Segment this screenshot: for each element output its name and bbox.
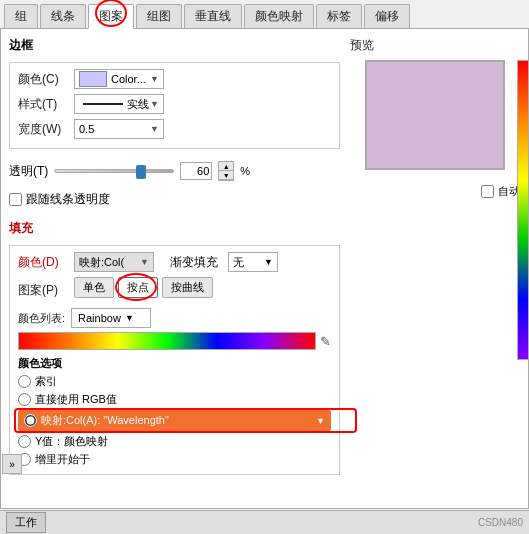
fill-color-row: 颜色(D) 映射:Col( ▼ 渐变填充 无 ▼ xyxy=(18,252,331,272)
tab-label[interactable]: 标签 xyxy=(316,4,362,28)
style-dropdown-arrow: ▼ xyxy=(150,99,159,109)
border-width-row: 宽度(W) 0.5 ▼ xyxy=(18,119,331,139)
slider-track[interactable] xyxy=(54,169,174,173)
pattern-label: 图案(P) xyxy=(18,282,68,299)
fill-section-label: 填充 xyxy=(9,220,340,237)
gradient-value: 无 xyxy=(233,255,244,270)
right-panel: 预览 自动 xyxy=(350,37,520,500)
radio-yval[interactable] xyxy=(18,435,31,448)
color-list-label: 颜色列表: xyxy=(18,311,65,326)
fill-map-value: 映射:Col( xyxy=(79,255,124,270)
transparency-label: 透明(T) xyxy=(9,163,48,180)
width-value: 0.5 xyxy=(79,123,94,135)
tab-offset[interactable]: 偏移 xyxy=(364,4,410,28)
border-style-row: 样式(T) 实线 ▼ xyxy=(18,94,331,114)
left-panel: 边框 颜色(C) Color... ▼ 样式(T) 实线 ▼ xyxy=(9,37,340,500)
follow-line-checkbox-row: 跟随线条透明度 xyxy=(9,191,340,208)
border-color-select[interactable]: Color... ▼ xyxy=(74,69,164,89)
gradient-dropdown[interactable]: 无 ▼ xyxy=(228,252,278,272)
color-options: 颜色选项 索引 直接使用 RGB值 映射:Col(A): "Wavelength… xyxy=(18,356,331,467)
border-style-select[interactable]: 实线 ▼ xyxy=(74,94,164,114)
color-swatch xyxy=(79,71,107,87)
radio-wavelength-label: 映射:Col(A): "Wavelength" xyxy=(41,413,169,428)
right-colorbar xyxy=(517,60,529,360)
border-color-label: 颜色(C) xyxy=(18,71,68,88)
follow-line-checkbox[interactable] xyxy=(9,193,22,206)
transparency-value-input[interactable] xyxy=(180,162,212,180)
sub-tab-bypoint[interactable]: 按点 xyxy=(118,277,158,298)
border-section-label: 边框 xyxy=(9,37,340,54)
line-solid-icon xyxy=(83,103,123,105)
radio-wavelength[interactable] xyxy=(24,414,37,427)
bottom-bar: » 工作 CSDN480 xyxy=(0,510,529,534)
transparency-spinner: ▲ ▼ xyxy=(218,161,234,181)
tab-bar: 组 线条 图案 组图 垂直线 颜色映射 标签 偏移 xyxy=(0,0,529,29)
rainbow-value: Rainbow xyxy=(78,312,121,324)
color-dropdown-arrow: ▼ xyxy=(150,74,159,84)
radio-rgb-label: 直接使用 RGB值 xyxy=(35,392,117,407)
radio-row-active[interactable]: 映射:Col(A): "Wavelength" ▼ xyxy=(18,410,331,431)
edit-icon[interactable]: ✎ xyxy=(320,334,331,349)
fill-color-label: 颜色(D) xyxy=(18,254,68,271)
tab-vertical[interactable]: 垂直线 xyxy=(184,4,242,28)
active-row-arrow: ▼ xyxy=(316,416,325,426)
percent-label: % xyxy=(240,165,250,177)
radio-index-label: 索引 xyxy=(35,374,57,389)
tab-pattern[interactable]: 图案 xyxy=(88,4,134,29)
border-style-label: 样式(T) xyxy=(18,96,68,113)
style-value: 实线 xyxy=(127,97,149,112)
border-color-row: 颜色(C) Color... ▼ xyxy=(18,69,331,89)
tab-group[interactable]: 组 xyxy=(4,4,38,28)
slider-container xyxy=(54,169,174,173)
auto-checkbox[interactable] xyxy=(481,185,494,198)
preview-box xyxy=(365,60,505,170)
color-value: Color... xyxy=(111,73,146,85)
sidebar-arrow-button[interactable]: » xyxy=(2,454,22,474)
radio-row-index: 索引 xyxy=(18,374,331,389)
watermark: CSDN480 xyxy=(478,517,523,528)
tab-colormap[interactable]: 颜色映射 xyxy=(244,4,314,28)
color-options-title: 颜色选项 xyxy=(18,356,331,371)
radio-start-label: 增里开始于 xyxy=(35,452,90,467)
rainbow-arrow: ▼ xyxy=(125,313,134,323)
rainbow-dropdown[interactable]: Rainbow ▼ xyxy=(71,308,151,328)
rainbow-bar-container: ✎ xyxy=(18,332,331,350)
rainbow-bar[interactable] xyxy=(18,332,316,350)
gradient-label: 渐变填充 xyxy=(170,254,218,271)
border-width-select[interactable]: 0.5 ▼ xyxy=(74,119,164,139)
sub-tab-bycurve[interactable]: 按曲线 xyxy=(162,277,213,298)
tab-line[interactable]: 线条 xyxy=(40,4,86,28)
sub-tab-solid[interactable]: 单色 xyxy=(74,277,114,298)
color-list-row: 颜色列表: Rainbow ▼ xyxy=(18,308,331,328)
radio-row-yval: Y值：颜色映射 xyxy=(18,434,331,449)
width-dropdown-arrow: ▼ xyxy=(150,124,159,134)
follow-line-label: 跟随线条透明度 xyxy=(26,191,110,208)
border-width-label: 宽度(W) xyxy=(18,121,68,138)
sub-tab-bar: 单色 按点 按曲线 xyxy=(74,277,213,298)
fill-map-arrow: ▼ xyxy=(140,257,149,267)
spinner-up-button[interactable]: ▲ xyxy=(219,162,233,171)
radio-row-rgb: 直接使用 RGB值 xyxy=(18,392,331,407)
preview-label: 预览 xyxy=(350,37,374,54)
radio-index[interactable] xyxy=(18,375,31,388)
spinner-down-button[interactable]: ▼ xyxy=(219,171,233,180)
radio-yval-label: Y值：颜色映射 xyxy=(35,434,108,449)
slider-thumb[interactable] xyxy=(136,165,146,179)
transparency-row: 透明(T) ▲ ▼ % xyxy=(9,161,340,181)
radio-row-zenglicheng: 增里开始于 xyxy=(18,452,331,467)
gradient-arrow: ▼ xyxy=(264,257,273,267)
radio-rgb[interactable] xyxy=(18,393,31,406)
work-tab[interactable]: 工作 xyxy=(6,512,46,533)
main-content: 边框 颜色(C) Color... ▼ 样式(T) 实线 ▼ xyxy=(0,29,529,509)
fill-map-select[interactable]: 映射:Col( ▼ xyxy=(74,252,154,272)
tab-composition[interactable]: 组图 xyxy=(136,4,182,28)
pattern-label-row: 图案(P) 单色 按点 按曲线 xyxy=(18,277,331,303)
